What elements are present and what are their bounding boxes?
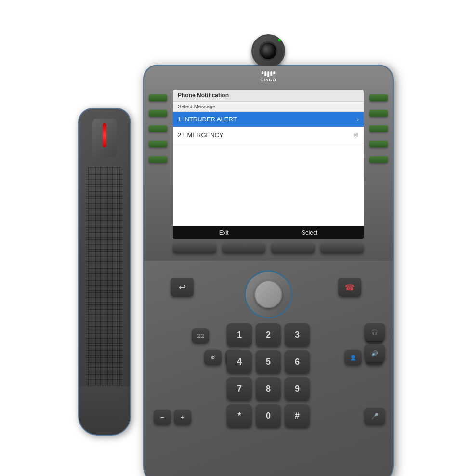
handset-indicator: [103, 123, 106, 147]
mute-area: 🎤: [364, 408, 385, 425]
cisco-logo-area: CISCO: [260, 71, 276, 82]
dial-key-0[interactable]: 0: [256, 404, 281, 427]
dial-key-hash[interactable]: #: [285, 404, 310, 427]
settings-button[interactable]: ⚙: [204, 350, 222, 365]
volume-up-icon: +: [181, 413, 184, 421]
list-item-1-label: 1 INTRUDER ALERT: [178, 116, 237, 123]
back-button[interactable]: ↩: [171, 278, 194, 297]
softkey-4[interactable]: [320, 243, 364, 253]
headset-button[interactable]: 🎧: [364, 323, 385, 341]
phone-lower: ↩ ☎ ⊡⊡ ⏸: [144, 261, 393, 476]
right-key-2[interactable]: [369, 110, 388, 117]
voicemail-icon: ⊡⊡: [197, 333, 204, 339]
dial-key-7[interactable]: 7: [227, 377, 252, 400]
volume-up-button[interactable]: +: [174, 410, 191, 425]
phone-body: CISCO Phone Notification: [143, 65, 394, 476]
left-key-5[interactable]: [149, 156, 167, 163]
call-end-button[interactable]: ☎: [338, 278, 361, 297]
cisco-wave-4: [270, 71, 272, 76]
list-item-1-chevron: ›: [357, 116, 359, 123]
right-side-keys: [369, 94, 388, 163]
softkey-3[interactable]: [271, 243, 315, 253]
speaker-button[interactable]: 🔊: [364, 344, 385, 362]
camera-indicator: [278, 39, 281, 41]
dial-key-4[interactable]: 4: [227, 350, 252, 373]
cisco-wave-2: [264, 71, 266, 76]
back-icon: ↩: [179, 282, 186, 292]
phone-device: CISCO Phone Notification: [68, 21, 406, 455]
nav-ring-inner[interactable]: [254, 280, 282, 308]
volume-controls: − +: [154, 410, 191, 425]
dialpad: 1 2 3 4 5 6 7 8 9 * 0 #: [227, 323, 310, 427]
list-item-2-label: 2 EMERGENCY: [178, 132, 224, 139]
settings-icon: ⚙: [211, 355, 215, 361]
dial-key-2[interactable]: 2: [256, 323, 281, 346]
right-key-3[interactable]: [369, 125, 388, 132]
nav-ring-area: [244, 270, 292, 318]
handset-bottom: [79, 386, 130, 435]
softkey-2[interactable]: [222, 243, 265, 253]
select-button[interactable]: Select: [302, 229, 317, 236]
camera-lens: [259, 41, 278, 61]
softkey-1[interactable]: [173, 243, 216, 253]
mute-button[interactable]: 🎤: [364, 408, 385, 425]
exit-button[interactable]: Exit: [219, 229, 229, 236]
call-icon: ☎: [345, 283, 355, 292]
headset-icon: 🎧: [371, 329, 378, 335]
handset: [78, 108, 131, 436]
right-key-4[interactable]: [369, 141, 388, 147]
screen-header: Phone Notification: [173, 90, 364, 102]
dial-key-1[interactable]: 1: [227, 323, 252, 346]
display-panel: CISCO Phone Notification: [144, 66, 393, 268]
dial-key-5[interactable]: 5: [256, 350, 281, 373]
speaker-icon: 🔊: [371, 350, 378, 357]
mute-icon: 🎤: [371, 413, 379, 420]
left-key-1[interactable]: [149, 94, 167, 101]
voicemail-button[interactable]: ⊡⊡: [192, 328, 209, 344]
phone-screen: Phone Notification Select Message 1 INTR…: [173, 90, 364, 239]
cisco-wave-5: [273, 71, 275, 74]
volume-down-icon: −: [160, 413, 164, 421]
screen-list: 1 INTRUDER ALERT › 2 EMERGENCY ⊗: [173, 112, 364, 226]
dial-key-star[interactable]: *: [227, 404, 252, 427]
left-key-3[interactable]: [149, 125, 167, 132]
cisco-waves: [260, 71, 276, 77]
left-key-4[interactable]: [149, 141, 167, 147]
screen-footer: Exit Select: [173, 226, 364, 239]
handset-top: [92, 119, 117, 157]
right-key-5[interactable]: [369, 156, 388, 163]
cisco-wave-1: [262, 71, 263, 74]
cisco-wave-3: [267, 71, 269, 77]
left-side-keys: [149, 94, 167, 163]
dial-key-8[interactable]: 8: [256, 377, 281, 400]
dial-key-6[interactable]: 6: [285, 350, 310, 373]
list-item-1[interactable]: 1 INTRUDER ALERT ›: [173, 112, 364, 127]
list-item-2[interactable]: 2 EMERGENCY ⊗: [173, 127, 364, 143]
transfer-icon: 👤: [350, 355, 356, 361]
nav-ring-outer[interactable]: [244, 270, 292, 318]
screen-content: Phone Notification Select Message 1 INTR…: [173, 90, 364, 239]
screen-subheader: Select Message: [173, 102, 364, 112]
list-item-2-icon: ⊗: [353, 131, 359, 139]
handset-speaker: [86, 167, 123, 396]
cisco-logo-text: CISCO: [260, 78, 276, 82]
dial-key-9[interactable]: 9: [285, 377, 310, 400]
camera-mount: [251, 34, 285, 68]
softkey-row: [173, 243, 364, 253]
left-key-2[interactable]: [149, 110, 167, 117]
right-key-1[interactable]: [369, 94, 388, 101]
transfer-button[interactable]: 👤: [344, 350, 362, 365]
right-func-buttons: 🎧 🔊: [364, 323, 385, 362]
volume-down-button[interactable]: −: [154, 410, 171, 425]
dial-key-3[interactable]: 3: [285, 323, 310, 346]
